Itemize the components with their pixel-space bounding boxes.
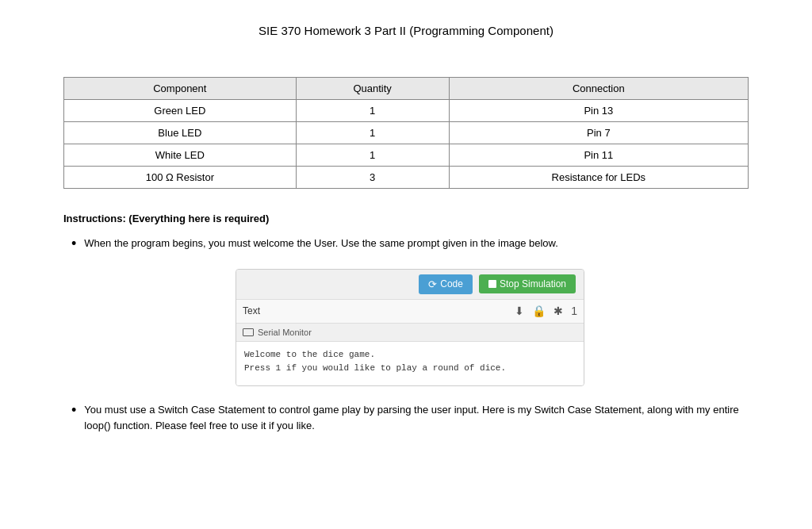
table-cell-2-2: Pin 11: [449, 144, 748, 167]
table-cell-3-1: 3: [296, 167, 449, 189]
code-button[interactable]: ⟳ Code: [419, 274, 473, 294]
monitor-icon: [243, 328, 254, 336]
table-cell-0-1: 1: [296, 100, 449, 122]
sim-output: Welcome to the dice game. Press 1 if you…: [236, 342, 584, 385]
table-cell-2-1: 1: [296, 144, 449, 167]
table-cell-3-2: Resistance for LEDs: [449, 167, 748, 189]
col-header-connection: Connection: [449, 78, 748, 100]
list-item-1: • When the program begins, you must welc…: [71, 236, 749, 253]
simulator-image: ⟳ Code Stop Simulation Text ⬇ 🔒 ✱ 1: [236, 269, 584, 387]
bullet-dot-1: •: [71, 236, 76, 253]
instructions-list: • When the program begins, you must welc…: [63, 236, 749, 433]
stop-button-label: Stop Simulation: [500, 278, 566, 289]
page-title: SIE 370 Homework 3 Part II (Programming …: [63, 24, 749, 37]
sim-toolbar: ⟳ Code Stop Simulation: [236, 270, 584, 300]
lock-icon[interactable]: 🔒: [532, 303, 546, 320]
table-row: White LED1Pin 11: [64, 144, 749, 167]
stop-simulation-button[interactable]: Stop Simulation: [479, 274, 576, 293]
stop-square-icon: [488, 280, 496, 288]
table-row: Green LED1Pin 13: [64, 100, 749, 122]
bug-icon[interactable]: ✱: [553, 303, 563, 320]
code-icon: ⟳: [428, 278, 437, 290]
bullet-dot-2: •: [71, 402, 76, 420]
sim-subbar: Serial Monitor: [236, 324, 584, 343]
table-row: 100 Ω Resistor3Resistance for LEDs: [64, 167, 749, 189]
number-label: 1: [571, 303, 577, 320]
col-header-component: Component: [64, 78, 297, 100]
table-cell-1-1: 1: [296, 122, 449, 144]
tab-text-label: Text: [243, 304, 260, 318]
table-cell-2-0: White LED: [64, 144, 297, 167]
table-cell-0-2: Pin 13: [449, 100, 748, 122]
tab-icons: ⬇ 🔒 ✱ 1: [515, 303, 577, 320]
table-cell-3-0: 100 Ω Resistor: [64, 167, 297, 189]
output-line-1: Welcome to the dice game.: [244, 348, 576, 362]
table-cell-1-0: Blue LED: [64, 122, 297, 144]
instructions-heading: Instructions: (Everything here is requir…: [63, 213, 749, 224]
table-cell-0-0: Green LED: [64, 100, 297, 122]
table-row: Blue LED1Pin 7: [64, 122, 749, 144]
col-header-quantity: Quantity: [296, 78, 449, 100]
bullet-text-1: When the program begins, you must welcom…: [84, 236, 749, 251]
bullet-text-2: You must use a Switch Case Statement to …: [84, 402, 749, 433]
code-button-label: Code: [440, 278, 463, 289]
list-item-2: • You must use a Switch Case Statement t…: [71, 402, 749, 433]
table-cell-1-2: Pin 7: [449, 122, 748, 144]
serial-monitor-label: Serial Monitor: [258, 326, 312, 339]
components-table: Component Quantity Connection Green LED1…: [63, 77, 749, 189]
sim-tabs: Text ⬇ 🔒 ✱ 1: [236, 300, 584, 324]
download-icon[interactable]: ⬇: [515, 303, 524, 320]
output-line-2: Press 1 if you would like to play a roun…: [244, 362, 576, 375]
simulator-container: ⟳ Code Stop Simulation Text ⬇ 🔒 ✱ 1: [71, 269, 749, 387]
